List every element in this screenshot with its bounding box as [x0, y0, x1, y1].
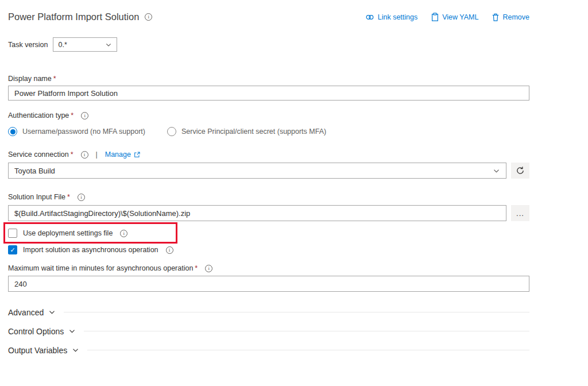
service-connection-info-icon[interactable] — [81, 151, 88, 159]
refresh-icon — [516, 166, 525, 175]
import-async-label: Import solution as asynchronous operatio… — [23, 246, 158, 254]
manage-link-label: Manage — [105, 150, 131, 159]
radio-username-password[interactable]: Username/password (no MFA support) — [8, 127, 145, 136]
service-connection-select[interactable]: Toyota Build — [8, 163, 506, 179]
required-asterisk: * — [67, 193, 70, 201]
use-deployment-info-icon[interactable] — [120, 230, 127, 237]
required-asterisk: * — [195, 264, 198, 272]
service-connection-row: Toyota Build — [8, 163, 529, 179]
section-output-variables-toggle[interactable]: Output Variables — [8, 346, 79, 355]
section-control-options: Control Options — [8, 325, 529, 337]
import-async-info-icon[interactable] — [166, 246, 173, 254]
solution-input-label-row: Solution Input File* — [8, 193, 529, 201]
refresh-button[interactable] — [511, 163, 529, 179]
header-actions: Link settings View YAML Remove — [351, 13, 529, 21]
chevron-down-icon — [493, 167, 500, 175]
separator: | — [96, 150, 98, 159]
trash-icon — [492, 13, 499, 21]
divider — [87, 350, 529, 350]
max-wait-input[interactable] — [8, 276, 529, 292]
max-wait-label-row: Maximum wait time in minutes for asynchr… — [8, 264, 529, 272]
task-version-select[interactable]: 0.* — [53, 37, 117, 52]
import-async-row: Import solution as asynchronous operatio… — [8, 245, 529, 254]
required-asterisk: * — [53, 75, 56, 83]
view-yaml-button[interactable]: View YAML — [431, 13, 478, 21]
section-control-options-toggle[interactable]: Control Options — [8, 327, 76, 336]
task-version-label: Task version — [8, 41, 48, 49]
task-config-panel: Power Platform Import Solution Link sett… — [8, 0, 529, 356]
import-async-checkbox[interactable] — [8, 245, 17, 254]
required-asterisk: * — [71, 111, 74, 119]
page-title: Power Platform Import Solution — [8, 11, 139, 22]
max-wait-info-icon[interactable] — [205, 265, 212, 272]
auth-type-info-icon[interactable] — [81, 112, 88, 119]
required-asterisk: * — [71, 150, 74, 159]
divider — [64, 312, 529, 312]
radio-username-password-label: Username/password (no MFA support) — [22, 128, 145, 136]
radio-selected-icon — [8, 127, 17, 136]
section-output-variables: Output Variables — [8, 344, 529, 356]
auth-type-label-row: Authentication type* — [8, 111, 529, 119]
service-connection-label-row: Service connection* | Manage — [8, 150, 529, 159]
section-advanced-toggle[interactable]: Advanced — [8, 308, 56, 317]
section-advanced: Advanced — [8, 306, 529, 318]
solution-input-row: ... — [8, 205, 529, 221]
chevron-down-icon — [105, 41, 112, 48]
chevron-down-icon — [68, 327, 76, 335]
radio-service-principal-label: Service Principal/client secret (support… — [181, 128, 326, 136]
task-version-value: 0.* — [58, 41, 67, 49]
auth-type-options: Username/password (no MFA support) Servi… — [8, 127, 529, 136]
divider — [84, 331, 529, 331]
external-link-icon — [134, 152, 140, 158]
remove-label: Remove — [502, 13, 529, 21]
link-settings-label: Link settings — [378, 13, 417, 21]
browse-button[interactable]: ... — [511, 205, 529, 221]
section-control-options-label: Control Options — [8, 327, 64, 336]
header: Power Platform Import Solution Link sett… — [8, 11, 529, 22]
remove-button[interactable]: Remove — [492, 13, 529, 21]
solution-input-field[interactable] — [8, 205, 506, 221]
title-info-icon[interactable] — [145, 13, 152, 21]
chevron-down-icon — [48, 308, 56, 316]
radio-service-principal[interactable]: Service Principal/client secret (support… — [167, 127, 326, 136]
display-name-label: Display name — [8, 75, 52, 83]
service-connection-value: Toyota Build — [14, 167, 55, 175]
link-icon — [365, 13, 374, 21]
manage-link[interactable]: Manage — [105, 150, 140, 159]
chevron-down-icon — [72, 346, 79, 354]
clipboard-icon — [431, 13, 439, 21]
link-settings-button[interactable]: Link settings — [365, 13, 417, 21]
section-output-variables-label: Output Variables — [8, 346, 67, 355]
radio-unselected-icon — [167, 127, 176, 136]
solution-input-label: Solution Input File — [8, 193, 65, 201]
max-wait-label: Maximum wait time in minutes for asynchr… — [8, 264, 193, 272]
service-connection-label: Service connection — [8, 150, 69, 159]
auth-type-label: Authentication type — [8, 111, 69, 119]
use-deployment-checkbox[interactable] — [8, 229, 17, 238]
display-name-input[interactable] — [8, 86, 529, 101]
use-deployment-settings-row: Use deployment settings file — [8, 229, 529, 238]
use-deployment-label: Use deployment settings file — [23, 229, 113, 237]
section-advanced-label: Advanced — [8, 308, 44, 317]
view-yaml-label: View YAML — [442, 13, 478, 21]
solution-input-info-icon[interactable] — [78, 194, 85, 201]
task-version-row: Task version 0.* — [8, 37, 529, 52]
display-name-label-row: Display name* — [8, 75, 529, 83]
